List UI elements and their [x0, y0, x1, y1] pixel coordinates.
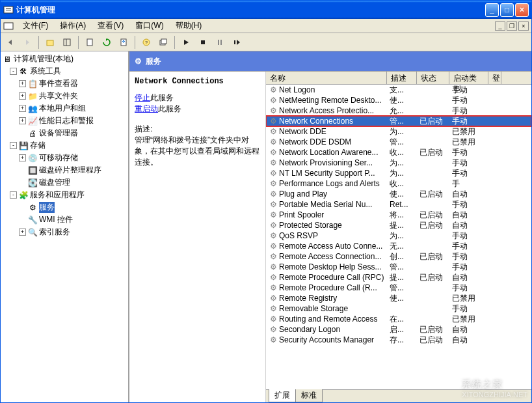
service-row[interactable]: ⚙Print Spooler将...已启动自动ㅤ — [266, 210, 531, 220]
service-row[interactable]: ⚙Network Connections管...已启动手动ㅤ — [266, 116, 531, 126]
close-button[interactable]: × — [515, 3, 529, 17]
tree-storage[interactable]: -💾存储 — [2, 139, 127, 152]
tree-defrag[interactable]: 🔲磁盘碎片整理程序 — [2, 164, 127, 176]
menu-file[interactable]: 文件(F) — [18, 19, 53, 33]
tree-services[interactable]: ⚙服务 — [2, 201, 127, 214]
service-row[interactable]: ⚙Protected Storage提...已启动自动ㅤ — [266, 220, 531, 230]
minimize-button[interactable]: _ — [485, 3, 499, 17]
expand-icon[interactable]: + — [19, 105, 26, 112]
service-row[interactable]: ⚙Network Provisioning Ser...为...手动ㅤ — [266, 158, 531, 168]
back-button[interactable] — [3, 35, 18, 49]
service-row[interactable]: ⚙Network Location Awarene...收...已启动手动ㅤ — [266, 147, 531, 158]
new-window-button[interactable] — [156, 35, 170, 49]
service-row[interactable]: ⚙Secondary Logon启...已启动自动ㅤ — [266, 324, 531, 335]
export-button[interactable] — [116, 35, 131, 49]
service-row[interactable]: ⚙Net Logon支...手动ㅤ — [266, 85, 531, 95]
service-icon: ⚙ — [269, 325, 278, 334]
menu-action[interactable]: 操作(A) — [55, 19, 91, 33]
expand-icon[interactable]: + — [19, 92, 26, 100]
service-row[interactable]: ⚙Remote Access Auto Conne...无...手动ㅤ — [266, 241, 531, 251]
tree-services-apps[interactable]: -🧩服务和应用程序 — [2, 189, 127, 201]
tree-event-viewer[interactable]: +📋事件查看器 — [2, 77, 127, 90]
service-row[interactable]: ⚙Plug and Play使...已启动自动ㅤ — [266, 189, 531, 199]
service-icon: ⚙ — [269, 252, 278, 261]
service-row[interactable]: ⚙Network Access Protectio...允...手动ㅤ — [266, 105, 531, 116]
service-row[interactable]: ⚙Remote Registry使...已禁用ㅤ — [266, 293, 531, 303]
collapse-icon[interactable]: - — [10, 68, 17, 75]
tree-perf-logs[interactable]: +📈性能日志和警报 — [2, 115, 127, 127]
service-row[interactable]: ⚙Remote Procedure Call (RPC)提...已启动自动ㅤ — [266, 272, 531, 283]
service-row[interactable]: ⚙NetMeeting Remote Deskto...使...手动ㅤ — [266, 95, 531, 105]
tree-system-tools[interactable]: -🛠系统工具 — [2, 65, 127, 77]
tree-local-users[interactable]: +👥本地用户和组 — [2, 102, 127, 115]
mdi-close-button[interactable]: × — [518, 21, 529, 31]
help-button[interactable]: ? — [139, 35, 153, 49]
svg-rect-16 — [234, 40, 235, 44]
service-row[interactable]: ⚙Routing and Remote Access在...已禁用ㅤ — [266, 314, 531, 324]
svg-rect-3 — [4, 23, 13, 29]
expand-icon[interactable]: + — [19, 229, 26, 236]
menu-view[interactable]: 查看(V) — [92, 19, 129, 33]
service-icon: ⚙ — [269, 148, 278, 157]
gear-icon: ⚙ — [27, 202, 38, 213]
tree-root[interactable]: 🖥计算机管理(本地) — [2, 53, 127, 65]
service-row[interactable]: ⚙Portable Media Serial Nu...Ret...手动ㅤ — [266, 199, 531, 210]
tree-removable[interactable]: +💿可移动存储 — [2, 152, 127, 164]
tree-disk-mgmt[interactable]: 💽磁盘管理 — [2, 176, 127, 189]
col-status[interactable]: 状态 — [417, 72, 449, 84]
expand-icon[interactable]: + — [19, 117, 26, 124]
service-row[interactable]: ⚙Remote Access Connection...创...已启动手动ㅤ — [266, 251, 531, 262]
start-service-button[interactable] — [179, 35, 193, 49]
expand-icon[interactable]: + — [19, 154, 26, 161]
service-row[interactable]: ⚙Network DDE DSDM管...已禁用ㅤ — [266, 137, 531, 147]
menu-help[interactable]: 帮助(H) — [170, 19, 207, 33]
svg-rect-13 — [201, 40, 205, 44]
tab-standard[interactable]: 标准 — [295, 389, 323, 402]
restart-service-button[interactable] — [230, 35, 244, 49]
tree-indexing[interactable]: +🔍索引服务 — [2, 226, 127, 238]
mdi-restore-button[interactable]: ❐ — [507, 21, 517, 31]
service-row[interactable]: ⚙Security Accounts Manager存...已启动自动ㅤ — [266, 335, 531, 345]
menu-window[interactable]: 窗口(W) — [130, 19, 168, 33]
maximize-button[interactable]: □ — [500, 3, 514, 17]
properties-button[interactable] — [83, 35, 97, 49]
service-icon: ⚙ — [269, 294, 278, 303]
expand-icon[interactable]: + — [19, 80, 26, 87]
collapse-icon[interactable]: - — [10, 191, 17, 199]
col-name[interactable]: 名称 — [266, 72, 387, 84]
svg-rect-1 — [6, 8, 11, 9]
stop-link[interactable]: 停止 — [135, 93, 150, 102]
service-row[interactable]: ⚙Removable Storage手动ㅤ — [266, 303, 531, 314]
mdi-minimize-button[interactable]: _ — [495, 21, 505, 31]
content-area: 🖥计算机管理(本地) -🛠系统工具 +📋事件查看器 +📁共享文件夹 +👥本地用户… — [1, 51, 531, 402]
service-row[interactable]: ⚙Network DDE为...已禁用ㅤ — [266, 126, 531, 137]
service-row[interactable]: ⚙Performance Logs and Alerts收...手ㅤ — [266, 178, 531, 189]
tab-extended[interactable]: 扩展 — [269, 389, 296, 402]
tree-shared-folders[interactable]: +📁共享文件夹 — [2, 90, 127, 102]
stop-service-button[interactable] — [196, 35, 210, 49]
restart-link[interactable]: 重启动 — [135, 104, 158, 113]
collapse-icon[interactable]: - — [10, 142, 17, 149]
service-row[interactable]: ⚙NT LM Security Support P...为...手动ㅤ — [266, 168, 531, 178]
device-icon: 🖨 — [27, 128, 38, 139]
col-desc[interactable]: 描述 — [387, 72, 417, 84]
list-body[interactable]: ⚙Net Logon支...手动ㅤ⚙NetMeeting Remote Desk… — [266, 85, 531, 389]
col-logon[interactable]: 登 — [488, 72, 501, 84]
svg-rect-2 — [6, 10, 11, 10]
pause-service-button[interactable] — [213, 35, 227, 49]
titlebar[interactable]: 计算机管理 _ □ × — [1, 1, 531, 19]
refresh-button[interactable] — [100, 35, 114, 49]
forward-button[interactable] — [20, 35, 34, 49]
service-row[interactable]: ⚙Remote Desktop Help Sess...管...手动ㅤ — [266, 262, 531, 272]
svg-rect-14 — [218, 40, 219, 45]
tree-device-mgr[interactable]: 🖨设备管理器 — [2, 127, 127, 139]
tree-wmi[interactable]: 🔧WMI 控件 — [2, 214, 127, 226]
service-row[interactable]: ⚙QoS RSVP为...手动ㅤ — [266, 230, 531, 241]
menubar: 文件(F) 操作(A) 查看(V) 窗口(W) 帮助(H) _ ❐ × — [1, 19, 531, 33]
tree-pane[interactable]: 🖥计算机管理(本地) -🛠系统工具 +📋事件查看器 +📁共享文件夹 +👥本地用户… — [1, 51, 129, 402]
up-button[interactable] — [43, 35, 57, 49]
app-window: 计算机管理 _ □ × 文件(F) 操作(A) 查看(V) 窗口(W) 帮助(H… — [0, 0, 532, 403]
service-row[interactable]: ⚙Remote Procedure Call (R...管...手动ㅤ — [266, 283, 531, 293]
show-hide-button[interactable] — [60, 35, 74, 49]
col-startup[interactable]: 启动类型 — [449, 72, 488, 84]
